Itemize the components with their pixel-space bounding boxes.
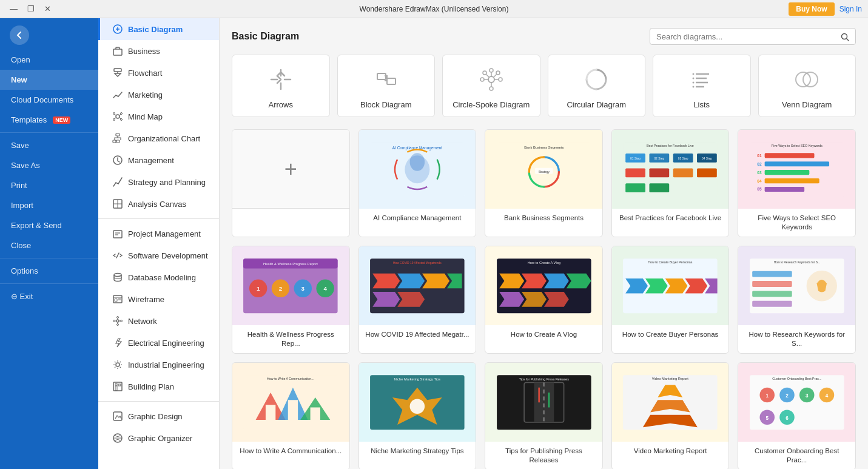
secondary-nav-management[interactable]: Management	[98, 149, 219, 171]
sidebar-item-cloud[interactable]: Cloud Documents	[0, 90, 98, 110]
secondary-nav-marketing[interactable]: Marketing	[98, 84, 219, 106]
svg-rect-48	[377, 73, 386, 79]
svg-text:Tips for Publishing Press Rele: Tips for Publishing Press Releases	[519, 377, 569, 381]
template-card-communications[interactable]: How to Write A Communication... How to W…	[232, 362, 350, 469]
sidebar-item-save[interactable]: Save	[0, 135, 98, 155]
template-card-onboarding[interactable]: Customer Onboarding Best Prac... 1 2 3 4…	[738, 362, 856, 469]
svg-point-67	[692, 73, 694, 75]
search-button[interactable]	[841, 32, 849, 41]
svg-rect-147	[752, 271, 792, 277]
templates-badge: NEW	[53, 116, 70, 124]
secondary-nav-wireframe[interactable]: Wireframe	[98, 288, 219, 310]
buyer-thumb: How to Create Buyer Personas	[612, 246, 729, 325]
svg-rect-91	[625, 169, 645, 178]
svg-point-76	[410, 153, 425, 170]
svg-text:3: 3	[806, 393, 809, 399]
category-card-venn[interactable]: Venn Diagram	[758, 55, 856, 117]
template-card-buyer[interactable]: How to Create Buyer Personas How to Crea…	[611, 246, 730, 354]
secondary-nav-software[interactable]: Software Development	[98, 245, 219, 266]
template-card-seo[interactable]: Five Ways to Select SEO Keywords 01 02 0…	[738, 129, 856, 237]
category-row: Arrows Block Diagram	[232, 55, 856, 117]
category-card-arrows[interactable]: Arrows	[232, 55, 330, 117]
onboarding-thumb: Customer Onboarding Best Prac... 1 2 3 4…	[738, 363, 855, 442]
lists-label: Lists	[693, 100, 710, 109]
secondary-nav-graphic[interactable]: Graphic Design	[98, 405, 219, 427]
category-card-circular[interactable]: Circular Diagram	[548, 55, 646, 117]
sidebar-logo	[0, 18, 98, 50]
template-card-press[interactable]: Tips for Publishing Press Releases Tips …	[485, 362, 603, 469]
secondary-nav-orgchart[interactable]: Organizational Chart	[98, 127, 219, 149]
svg-rect-41	[118, 384, 121, 386]
buyer-label: How to Create Buyer Personas	[612, 325, 729, 344]
vlog-label: How to Create A Vlog	[485, 325, 602, 344]
sidebar-item-new[interactable]: New	[0, 70, 98, 90]
template-card-health[interactable]: Health & Wellness Progress Report 1 2 3 …	[232, 246, 350, 354]
template-card-vlog[interactable]: How to Create A Vlog How to Create A Vlo…	[485, 246, 603, 354]
page-title: Basic Diagram	[232, 31, 299, 42]
template-card-niche[interactable]: Niche Marketing Strategy Tips Niche Mark…	[358, 362, 477, 469]
svg-point-51	[490, 69, 493, 72]
secondary-nav-basic-diagram[interactable]: Basic Diagram	[98, 18, 219, 40]
main-content: Basic Diagram	[220, 18, 868, 469]
sidebar-item-export[interactable]: Export & Send	[0, 215, 98, 235]
buy-now-button[interactable]: Buy Now	[789, 2, 834, 16]
svg-text:Strategy: Strategy	[538, 170, 550, 174]
sidebar-item-close[interactable]: Close	[0, 235, 98, 255]
maximize-button[interactable]: ❐	[24, 3, 38, 15]
secondary-nav-organizer[interactable]: Graphic Organizer	[98, 427, 219, 449]
template-card-bank-business[interactable]: Bank Business Segments Strategy Bank Bus…	[485, 129, 603, 237]
template-card-video[interactable]: Video Marketing Report Video Marketing R…	[611, 362, 730, 469]
secondary-nav-electrical[interactable]: Electrical Engineering	[98, 332, 219, 354]
svg-text:Five Ways to Select SEO Keywor: Five Ways to Select SEO Keywords	[772, 144, 823, 147]
template-card-facebook[interactable]: Best Practices for Facebook Live 01 Step…	[611, 129, 730, 237]
secondary-nav-flowchart[interactable]: Flowchart	[98, 62, 219, 84]
sidebar-divider-1	[0, 132, 98, 133]
svg-rect-151	[244, 375, 338, 430]
minimize-button[interactable]: —	[6, 3, 21, 15]
category-card-circle-spoke[interactable]: Circle-Spoke Diagram	[442, 55, 540, 117]
sidebar-item-open[interactable]: Open	[0, 50, 98, 70]
niche-thumb: Niche Marketing Strategy Tips	[359, 363, 476, 442]
bank-business-label: Bank Business Segments	[485, 209, 602, 228]
sidebar-item-import[interactable]: Import	[0, 195, 98, 215]
secondary-nav-mindmap[interactable]: Mind Map	[98, 106, 219, 127]
svg-rect-100	[764, 153, 814, 158]
template-card-covid[interactable]: How COVID 19 Affected Megatrends How COV…	[358, 246, 477, 354]
template-card-ai-compliance[interactable]: AI Compliance Management AI Compliance M…	[358, 129, 477, 237]
press-label: Tips for Publishing Press Releases	[485, 442, 602, 469]
svg-rect-149	[752, 291, 792, 297]
ai-compliance-label: AI Compliance Management	[359, 209, 476, 228]
secondary-nav-divider-2	[98, 401, 219, 402]
secondary-nav-business[interactable]: Business	[98, 40, 219, 62]
secondary-nav-network[interactable]: Network	[98, 310, 219, 332]
svg-text:1: 1	[257, 285, 260, 292]
back-button[interactable]	[10, 25, 29, 45]
svg-text:Bank Business Segments: Bank Business Segments	[524, 146, 564, 149]
svg-rect-94	[697, 169, 717, 178]
secondary-nav-strategy[interactable]: Strategy and Planning	[98, 171, 219, 193]
template-card-keywords[interactable]: How to Research Keywords for S... How to…	[738, 246, 856, 354]
template-card-new[interactable]: +	[232, 129, 350, 237]
svg-text:How to Write A Communication..: How to Write A Communication...	[267, 377, 315, 380]
secondary-nav-project[interactable]: Project Management	[98, 223, 219, 245]
sidebar-item-exit[interactable]: ⊖ Exit	[0, 286, 98, 306]
category-card-block[interactable]: Block Diagram	[337, 55, 436, 117]
sidebar-item-templates[interactable]: Templates NEW	[0, 110, 98, 130]
close-button[interactable]: ✕	[41, 3, 55, 15]
search-input[interactable]	[656, 32, 841, 41]
secondary-nav-database[interactable]: Database Modeling	[98, 266, 219, 288]
secondary-nav-building[interactable]: Building Plan	[98, 376, 219, 397]
svg-point-53	[480, 78, 484, 81]
sidebar-item-print[interactable]: Print	[0, 175, 98, 195]
svg-point-54	[499, 78, 502, 81]
communications-thumb: How to Write A Communication...	[232, 363, 349, 442]
secondary-nav-analysis[interactable]: Analysis Canvas	[98, 193, 219, 215]
sidebar-item-options[interactable]: Options	[0, 261, 98, 281]
secondary-nav-industrial[interactable]: Industrial Engineering	[98, 354, 219, 376]
sidebar-item-saveas[interactable]: Save As	[0, 155, 98, 175]
svg-rect-2	[114, 69, 121, 72]
svg-text:2: 2	[786, 393, 789, 399]
sign-in-link[interactable]: Sign In	[839, 5, 862, 13]
category-card-lists[interactable]: Lists	[653, 55, 751, 117]
video-thumb: Video Marketing Report	[612, 363, 729, 442]
